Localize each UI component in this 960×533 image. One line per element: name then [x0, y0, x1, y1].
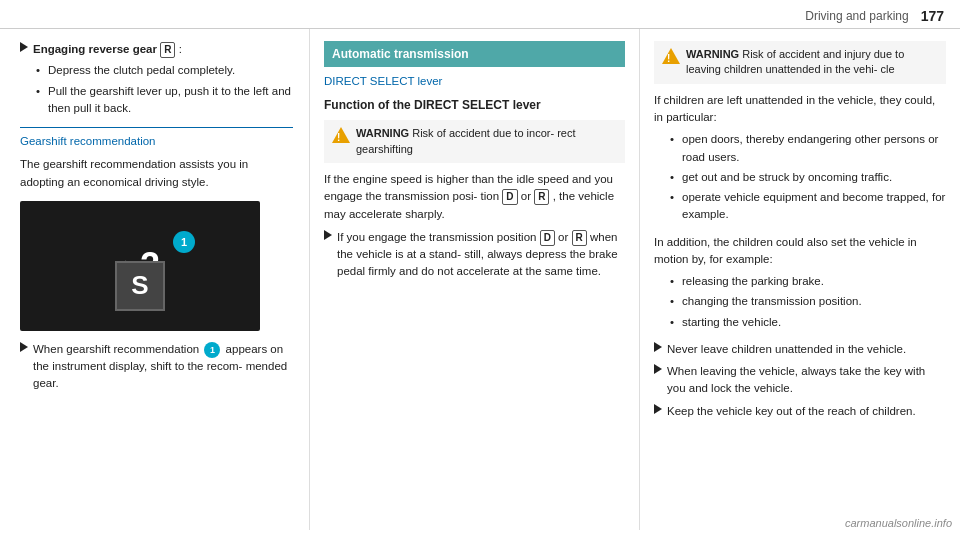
left-column: Engaging reverse gear R : Depress the cl… [0, 29, 310, 530]
section-title: Driving and parking [805, 9, 908, 23]
right-tri-bullet-2-icon [654, 364, 662, 374]
auto-transmission-band: Automatic transmission [324, 41, 625, 67]
R-key-2: R [572, 230, 587, 246]
right-warning-bold: WARNING [686, 48, 739, 60]
when-gearshift-text: When gearshift recommendation 1 appears … [33, 341, 293, 393]
gear-circle-indicator: 1 [173, 231, 195, 253]
right-tri-3: Keep the vehicle key out of the reach of… [654, 403, 946, 420]
warning-bold-label: WARNING [356, 127, 409, 139]
gearshift-desc: The gearshift recommendation assists you… [20, 156, 293, 191]
mid-bullet-row: If you engage the transmission position … [324, 229, 625, 281]
motion-bullets: releasing the parking brake. changing th… [654, 273, 946, 331]
right-tri-1-text: Never leave children unattended in the v… [667, 341, 946, 358]
main-content: Engaging reverse gear R : Depress the cl… [0, 29, 960, 530]
function-title: Function of the DIRECT SELECT lever [324, 96, 625, 114]
right-intro: If children are left unattended in the v… [654, 92, 946, 127]
watermark: carmanualsonline.info [845, 517, 952, 529]
gear-S-display: S [115, 261, 165, 311]
mid-bullet-text: If you engage the transmission position … [337, 229, 625, 281]
engaging-bullet-2: Pull the gearshift lever up, push it to … [36, 83, 293, 118]
right-tri-2-text: When leaving the vehicle, always take th… [667, 363, 946, 398]
children-bullet-2: get out and be struck by oncoming traffi… [670, 169, 946, 186]
engaging-bullets: Depress the clutch pedal completely. Pul… [20, 62, 293, 117]
mid-warning-box: WARNING Risk of accident due to incor- r… [324, 120, 625, 163]
when-gearshift-row: When gearshift recommendation 1 appears … [20, 341, 293, 393]
engaging-reverse-label: Engaging reverse gear R : [33, 41, 293, 58]
engaging-bullet-1: Depress the clutch pedal completely. [36, 62, 293, 79]
right-warning-text: WARNING Risk of accident and injury due … [686, 47, 938, 78]
motion-bullet-2: changing the transmission position. [670, 293, 946, 310]
motion-bullet-1: releasing the parking brake. [670, 273, 946, 290]
engaging-key: R : [160, 43, 182, 55]
right-tri-2: When leaving the vehicle, always take th… [654, 363, 946, 398]
page-number: 177 [921, 8, 944, 24]
r-key-box: R [160, 42, 175, 58]
R-key-1: R [534, 189, 549, 205]
children-bullets: open doors, thereby endangering other pe… [654, 131, 946, 223]
inline-circle-icon: 1 [204, 342, 220, 358]
engaging-reverse-gear-row: Engaging reverse gear R : [20, 41, 293, 58]
in-addition-text: In addition, the children could also set… [654, 234, 946, 269]
direct-select-link[interactable]: DIRECT SELECT lever [324, 73, 625, 90]
right-column: WARNING Risk of accident and injury due … [640, 29, 960, 530]
mid-warning-text: WARNING Risk of accident due to incor- r… [356, 126, 617, 157]
gear-display-image: ↑ 2 1 S [20, 201, 260, 331]
motion-bullet-3: starting the vehicle. [670, 314, 946, 331]
right-tri-bullet-3-icon [654, 404, 662, 414]
mid-column: Automatic transmission DIRECT SELECT lev… [310, 29, 640, 530]
D-key-1: D [502, 189, 517, 205]
gearshift-link[interactable]: Gearshift recommendation [20, 133, 293, 150]
page-header: Driving and parking 177 [0, 0, 960, 29]
children-bullet-1: open doors, thereby endangering other pe… [670, 131, 946, 166]
right-tri-bullet-1-icon [654, 342, 662, 352]
right-warning-triangle-icon [662, 48, 680, 64]
mid-para1: If the engine speed is higher than the i… [324, 171, 625, 223]
triangle-bullet-2-icon [20, 342, 28, 352]
gearshift-divider [20, 127, 293, 128]
engaging-bold-text: Engaging reverse gear [33, 43, 157, 55]
D-key-2: D [540, 230, 555, 246]
right-tri-3-text: Keep the vehicle key out of the reach of… [667, 403, 946, 420]
mid-tri-bullet-icon [324, 230, 332, 240]
triangle-bullet-icon [20, 42, 28, 52]
warning-triangle-icon [332, 127, 350, 143]
right-tri-1: Never leave children unattended in the v… [654, 341, 946, 358]
children-bullet-3: operate vehicle equipment and become tra… [670, 189, 946, 224]
right-warning-box: WARNING Risk of accident and injury due … [654, 41, 946, 84]
